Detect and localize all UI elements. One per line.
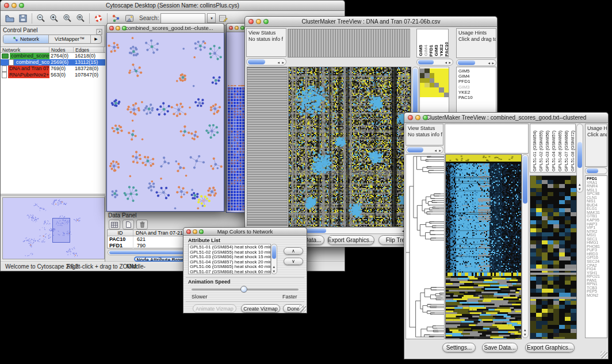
close-icon[interactable] (109, 26, 114, 30)
tv2-column-labels[interactable]: GPL51-01 (GSM854)GPL51-02 (GSM855)GPL51-… (530, 124, 576, 173)
zoom-window-icon[interactable] (122, 26, 127, 30)
tv1-row-dendrogram[interactable] (247, 67, 288, 226)
matrix-cell (430, 73, 434, 78)
close-icon[interactable] (408, 115, 413, 120)
attribute-list[interactable]: GPL51-01 (GSM854) heat shock 05 minGPL51… (188, 244, 271, 274)
tv1-gene-label[interactable]: GIM5 (458, 68, 496, 74)
col-id: ID (108, 230, 133, 236)
zoom-selected-icon[interactable] (75, 13, 86, 24)
resize-grip[interactable] (600, 351, 607, 358)
open-folder-icon[interactable] (4, 13, 16, 24)
attribute-list-item[interactable]: GPL51-07 (GSM868) heat shock 60 min (190, 270, 269, 274)
tv1-usage-hints: Usage Hints Click and drag to (456, 28, 496, 58)
tv2-collabel-vscroll[interactable]: ▴▾ (576, 124, 583, 193)
zoom-fit-icon[interactable] (62, 13, 73, 24)
minimize-icon[interactable] (193, 229, 197, 234)
minimize-icon[interactable] (116, 26, 120, 30)
tv1-gene-label[interactable]: YKE2 (458, 90, 496, 95)
tv1-gene-label[interactable]: PFD1 (458, 79, 496, 84)
table-edit-icon[interactable] (217, 13, 229, 24)
minimize-icon[interactable] (12, 3, 17, 8)
close-icon[interactable] (186, 229, 191, 234)
speed-slider-thumb[interactable] (240, 286, 247, 293)
tv1-heatmap-canvas[interactable] (288, 67, 411, 227)
tv2-export-graphics-button[interactable]: Export Graphics... (525, 343, 575, 352)
tv1-gene-label[interactable]: GIM3 (458, 85, 496, 90)
main-titlebar[interactable]: Cytoscape Desktop (Session Name: collins… (0, 0, 345, 11)
tv2-status-hscroll[interactable]: ◂▸ (406, 146, 443, 154)
tv2-settings-button[interactable]: Settings... (442, 343, 476, 352)
search-input[interactable] (160, 13, 205, 24)
treeview2-titlebar[interactable]: ClusterMaker TreeView : combined_scores_… (404, 112, 609, 123)
attribute-list-vscroll[interactable]: ▴▾ (271, 244, 277, 274)
tv2-row-dendrogram-canvas[interactable] (406, 154, 445, 339)
matrix-cell (444, 87, 449, 92)
network-frame1-titlebar[interactable]: combined_scores_good.txt--cluste... (106, 23, 224, 33)
matrix-cell (444, 83, 449, 87)
create-vizmap-button[interactable]: Create Vizmap (241, 304, 280, 313)
tv2-global-heatmap-canvas[interactable] (445, 154, 522, 339)
tv2-gene-label[interactable]: MON2 (587, 294, 607, 298)
tv2-gene-labels[interactable]: PFD1YRA1RNR4MSL1SPC98CLN1NIS1BUD4ELG1MAK… (585, 175, 607, 338)
zoom-in-icon[interactable] (48, 13, 60, 24)
help-ring-icon[interactable] (93, 13, 104, 24)
network-row[interactable]: RNAPuberNov2+563(0)107847(0) (1, 72, 105, 78)
minimize-icon[interactable] (256, 19, 261, 24)
zoom-window-icon[interactable] (240, 26, 244, 30)
delete-attribute-icon[interactable] (136, 220, 148, 229)
matrix-cell (420, 83, 424, 87)
move-down-button[interactable]: ∨ (284, 258, 303, 265)
minimize-icon[interactable] (415, 115, 420, 120)
zoom-out-icon[interactable] (35, 13, 47, 24)
tv1-export-graphics-button[interactable]: Export Graphics... (327, 235, 374, 245)
network-row[interactable]: DNA and Tran 07769(0)183728(0) (1, 66, 105, 72)
search-dropdown-button[interactable]: ▼ (207, 13, 216, 23)
map-colors-dialog: Map Colors to Network Attribute List GPL… (183, 227, 307, 313)
move-up-button[interactable]: ∧ (284, 247, 303, 255)
select-attributes-icon[interactable] (109, 220, 120, 229)
tv1-gene-label[interactable]: PAC10 (458, 95, 496, 100)
network-view1-canvas[interactable] (107, 33, 224, 211)
resize-grip[interactable] (299, 305, 306, 312)
tv1-gene-label[interactable]: GIM4 (458, 74, 496, 79)
tv1-status-hscroll[interactable]: ◂▸ (246, 58, 286, 66)
tv1-usage-hscroll[interactable]: ◂▸ (456, 59, 496, 66)
network-tab-icon (13, 36, 18, 42)
panel-divider[interactable] (1, 194, 105, 196)
tv2-save-data-button[interactable]: Save Data... (482, 343, 518, 352)
network-row[interactable]: combined_scores2764(0)16218(0) (1, 53, 105, 59)
snapshot-icon[interactable] (124, 13, 135, 24)
tv2-zoom-heatmap-canvas[interactable] (530, 175, 577, 339)
tv2-column-dendrogram[interactable] (445, 124, 529, 154)
birdseye-view-canvas[interactable] (2, 197, 105, 259)
animation-speed-label: Animation Speed (188, 279, 231, 285)
close-icon[interactable] (229, 26, 233, 30)
close-icon[interactable] (248, 19, 254, 24)
tv1-column-labels[interactable]: GIM5GIM4PFD1GIM3YKE2PAC10 (416, 29, 449, 58)
tv2-vscroll[interactable]: ▴▾ (522, 154, 529, 338)
zoom-window-icon[interactable] (199, 229, 204, 234)
save-icon[interactable] (17, 13, 29, 24)
animate-vizmap-button[interactable]: Animate Vizmap (193, 304, 236, 313)
tv2-usage-hscroll[interactable] (585, 167, 607, 174)
minimize-icon[interactable] (235, 26, 239, 30)
tab-vizmapper[interactable]: VizMapper™ (49, 35, 91, 43)
network-row[interactable]: combined_sco2569(6)13112(15) (1, 59, 105, 66)
new-attribute-icon[interactable] (123, 220, 134, 229)
tv2-column-label: GPL51-08 (GSM872) (569, 131, 576, 171)
tab-overflow-arrow[interactable]: ▶ (91, 35, 101, 43)
zoom-window-icon[interactable] (423, 115, 428, 120)
tv1-column-dendrogram[interactable] (288, 29, 410, 58)
network-table-header[interactable]: Network Nodes Edges (1, 47, 105, 53)
tv1-collabel-hscroll[interactable]: ◂▸ (416, 59, 453, 66)
tv1-zoom-matrix[interactable] (420, 68, 449, 97)
dialog-titlebar[interactable]: Map Colors to Network (183, 227, 307, 236)
treeview1-titlebar[interactable]: ClusterMaker TreeView : DNA and Tran 07-… (244, 16, 498, 27)
tab-network[interactable]: Network (3, 35, 49, 43)
close-icon[interactable] (4, 3, 9, 8)
zoom-window-icon[interactable] (19, 3, 24, 8)
doc-icon (2, 66, 7, 72)
network-view-icon[interactable] (110, 13, 122, 24)
faster-label: Faster (282, 294, 297, 300)
zoom-window-icon[interactable] (263, 19, 269, 24)
